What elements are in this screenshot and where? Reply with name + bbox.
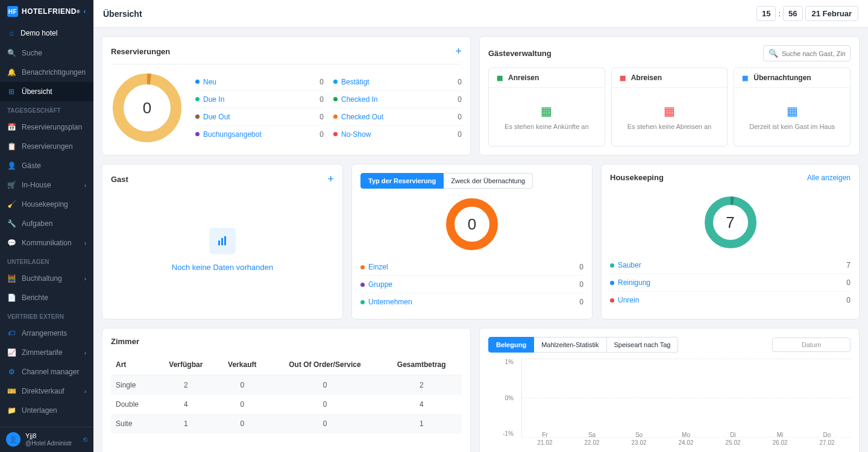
page-title: Übersicht xyxy=(103,9,142,19)
add-reservation-button[interactable]: + xyxy=(455,45,462,58)
sidebar-item-benachrichtigungen[interactable]: 🔔Benachrichtigungen xyxy=(0,63,93,82)
table-cell: 0 xyxy=(216,395,268,414)
legend-item[interactable]: Due Out0 xyxy=(195,108,324,126)
guest-mgmt-col: ▦Übernachtungen ▦Derzeit ist kein Gast i… xyxy=(734,67,851,146)
table-cell: 0 xyxy=(269,375,382,395)
legend-item[interactable]: Sauber7 xyxy=(610,257,851,274)
legend-label: Sauber xyxy=(618,261,641,269)
nav-label: Zimmertarife xyxy=(22,348,62,357)
rooms-table: ArtVerfügbarVerkauftOut Of Order/Service… xyxy=(111,354,462,433)
legend-item[interactable]: Bestätigt0 xyxy=(333,74,462,91)
nav-icon: 📄 xyxy=(7,293,16,302)
tab-mahlzeiten-statistik[interactable]: Mahlzeiten-Statistik xyxy=(534,337,606,353)
legend-value: 0 xyxy=(846,296,851,304)
nav-label: In-House xyxy=(22,181,51,189)
tab-speiseart-nach-tag[interactable]: Speiseart nach Tag xyxy=(607,337,679,353)
tab-typ-der-reservierung[interactable]: Typ der Reservierung xyxy=(360,173,444,189)
legend-value: 0 xyxy=(319,113,324,121)
sidebar-item-reservierungen[interactable]: 📋Reservierungen xyxy=(0,137,93,156)
nav-section-label: TAGESGESCHÄFT xyxy=(0,101,93,118)
legend-item[interactable]: No-Show0 xyxy=(333,126,462,143)
sidebar-item-reservierungsplan[interactable]: 📅Reservierungsplan xyxy=(0,118,93,137)
logout-icon[interactable]: ⎋ xyxy=(83,435,87,444)
clock-min[interactable]: 56 xyxy=(783,6,802,21)
sidebar-item-gäste[interactable]: 👤Gäste xyxy=(0,156,93,175)
legend-label: Reinigung xyxy=(618,278,650,287)
legend-value: 0 xyxy=(579,298,583,306)
nav-icon: 🎫 xyxy=(7,387,16,395)
table-header: Verkauft xyxy=(216,354,268,375)
legend-value: 0 xyxy=(458,95,462,104)
sidebar-item-zimmertarife[interactable]: 📈Zimmertarife› xyxy=(0,343,93,362)
sidebar-item-buchhaltung[interactable]: 🧮Buchhaltung› xyxy=(0,269,93,288)
legend-item[interactable]: Reinigung0 xyxy=(610,274,851,292)
legend-item[interactable]: Neu0 xyxy=(195,74,324,91)
reservations-title: Reservierungen xyxy=(111,47,170,56)
sidebar-item-berichte[interactable]: 📄Berichte xyxy=(0,288,93,307)
dot-icon xyxy=(195,80,200,84)
sidebar-item-housekeeping[interactable]: 🧹Housekeeping xyxy=(0,195,93,214)
legend-item[interactable]: Due In0 xyxy=(195,91,324,108)
guest-search[interactable]: 🔍 xyxy=(763,45,851,61)
table-cell: 2 xyxy=(381,375,462,395)
dot-icon xyxy=(333,97,338,101)
legend-item[interactable]: Einzel0 xyxy=(360,259,583,276)
sidebar-item-aufgaben[interactable]: 🔧Aufgaben xyxy=(0,214,93,233)
legend-item[interactable]: Gruppe0 xyxy=(360,276,583,293)
table-header: Art xyxy=(111,354,156,375)
nav-label: Reservierungen xyxy=(22,142,73,151)
housekeeping-total: 7 xyxy=(726,213,734,232)
tab-belegung[interactable]: Belegung xyxy=(488,337,534,353)
x-tick: Mo24.02 xyxy=(678,431,693,449)
reservations-total: 0 xyxy=(143,99,151,118)
add-gast-button[interactable]: + xyxy=(327,173,334,186)
dot-icon xyxy=(333,80,338,84)
legend-item[interactable]: Unrein0 xyxy=(610,292,851,309)
table-cell: 4 xyxy=(381,395,462,414)
reservations-card: Reservierungen + 0 Neu0Due In0Due O xyxy=(102,36,471,155)
nav-section-label: EINSTELLUNGEN xyxy=(0,420,93,427)
user-meta: Yjj8 @Hotel Administr xyxy=(25,432,78,447)
logo[interactable]: HF HOTELFRIEND® ‹ xyxy=(0,0,93,23)
avatar: 👤 xyxy=(6,432,20,447)
clock-hour[interactable]: 15 xyxy=(756,6,776,21)
logo-icon: HF xyxy=(7,6,18,17)
nav-icon: ⚙ xyxy=(7,368,16,376)
guest-search-input[interactable] xyxy=(782,50,845,57)
nav-icon: 🔔 xyxy=(7,68,16,77)
housekeeping-show-all[interactable]: Alle anzeigen xyxy=(807,174,851,182)
legend-item[interactable]: Checked Out0 xyxy=(333,108,462,126)
hotel-label: Demo hotel xyxy=(20,29,57,37)
occupancy-date-input[interactable]: Datum xyxy=(772,337,851,352)
sidebar-item-übersicht[interactable]: ⊞Übersicht xyxy=(0,82,93,101)
sidebar-item-kommunikation[interactable]: 💬Kommunikation› xyxy=(0,233,93,253)
occupancy-tabs: BelegungMahlzeiten-StatistikSpeiseart na… xyxy=(488,337,678,353)
calendar-icon: ▦ xyxy=(495,73,505,83)
user-footer[interactable]: 👤 Yjj8 @Hotel Administr ⎋ xyxy=(0,427,93,452)
nav-icon: 📁 xyxy=(7,406,16,415)
nav-label: Housekeeping xyxy=(22,200,68,209)
table-cell: 0 xyxy=(216,414,268,433)
legend-value: 0 xyxy=(458,130,462,139)
legend-item[interactable]: Checked In0 xyxy=(333,91,462,108)
clock: 15 : 56 21 Februar xyxy=(756,6,858,21)
hotel-select[interactable]: ⌂ Demo hotel xyxy=(0,23,93,43)
table-cell: Double xyxy=(111,395,156,414)
tab-zweck-der-übernachtung[interactable]: Zweck der Übernachtung xyxy=(444,173,533,189)
nav-label: Übersicht xyxy=(22,87,52,96)
sidebar-item-direktverkauf[interactable]: 🎫Direktverkauf› xyxy=(0,381,93,401)
nav-icon: 🔧 xyxy=(7,219,16,228)
legend-item[interactable]: Unternehmen0 xyxy=(360,293,583,310)
sidebar-item-channel-manager[interactable]: ⚙Channel manager xyxy=(0,362,93,381)
sidebar-item-arrangements[interactable]: 🏷Arrangements xyxy=(0,324,93,343)
sidebar-item-suche[interactable]: 🔍Suche xyxy=(0,43,93,63)
collapse-icon[interactable]: ‹ xyxy=(84,7,87,16)
clock-date[interactable]: 21 Februar xyxy=(805,6,858,21)
sidebar-item-unterlagen[interactable]: 📁Unterlagen xyxy=(0,401,93,420)
nav-label: Aufgaben xyxy=(22,219,52,228)
sidebar-item-in-house[interactable]: 🛒In-House› xyxy=(0,175,93,195)
legend-label: Unrein xyxy=(618,296,639,304)
svg-rect-4 xyxy=(224,236,226,245)
nav-label: Unterlagen xyxy=(22,406,57,415)
legend-item[interactable]: Buchungsangebot0 xyxy=(195,126,324,143)
